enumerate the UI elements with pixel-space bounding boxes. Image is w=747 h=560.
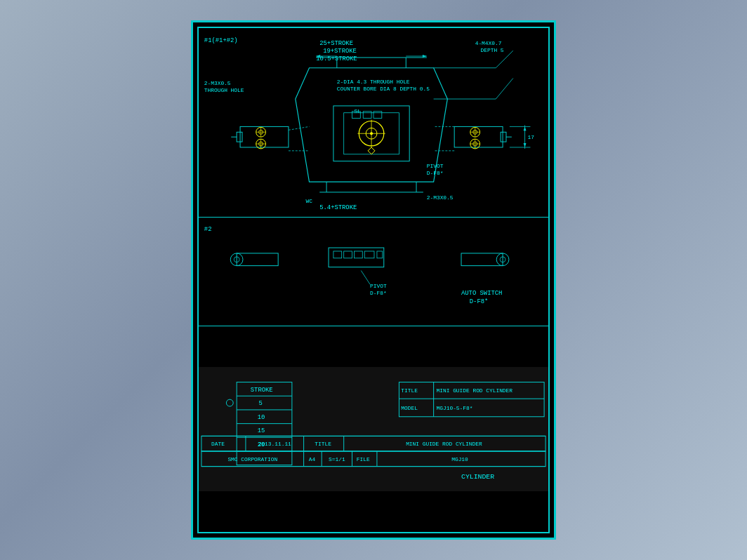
- pivot-d: D-F8*: [427, 170, 444, 176]
- title-label2: TITLE: [315, 441, 331, 447]
- section-top: #1(#1+#2) 25+STROKE 19+STROKE 10.5+STROK…: [199, 28, 548, 218]
- stroke-header: STROKE: [251, 387, 273, 394]
- dim-54-stroke: 5.4+STROKE: [319, 205, 357, 212]
- wc-label: WC: [306, 198, 313, 204]
- outer-frame: #1(#1+#2) 25+STROKE 19+STROKE 10.5+STROK…: [191, 20, 556, 540]
- scale: S=1/1: [329, 456, 345, 462]
- dim-25-stroke: 25+STROKE: [319, 40, 353, 47]
- auto-switch-d: D-F8*: [470, 298, 489, 305]
- section-bottom: STROKE 5 10 15 20 TITLE MINI GUIDE ROD C…: [199, 326, 548, 532]
- dim-m3x05: 2-M3X0.5: [427, 194, 454, 201]
- dim-17: 17: [527, 134, 534, 140]
- pivot2-d: D-F8*: [370, 290, 387, 296]
- title-value2: MINI GUIDE ROD CYLINDER: [406, 441, 482, 447]
- dim-depth: DEPTH 5: [481, 47, 504, 53]
- cylinder-text: CYLINDER: [461, 473, 494, 481]
- dim-19-stroke: 19+STROKE: [323, 48, 357, 55]
- file-label: FILE: [357, 456, 370, 462]
- company: SMC CORPORATION: [227, 456, 277, 462]
- paper: A4: [309, 456, 316, 462]
- svg-rect-58: [199, 219, 548, 325]
- section-mid: #2 PIVOT D-F8*: [199, 218, 548, 326]
- date-value: 2013.11.11: [258, 441, 291, 447]
- pivot2-label: PIVOT: [370, 283, 387, 289]
- pivot-label: PIVOT: [427, 163, 444, 169]
- auto-switch-label: AUTO SWITCH: [461, 290, 502, 297]
- dim-through: THROUGH HOLE: [204, 87, 244, 93]
- title-value-box: MINI GUIDE ROD CYLINDER: [437, 387, 513, 394]
- stroke-15: 15: [258, 427, 265, 434]
- stroke-10: 10: [258, 414, 265, 421]
- model-label-box: MODEL: [401, 405, 418, 411]
- title-label-box: TITLE: [401, 387, 418, 394]
- stroke-5: 5: [259, 400, 263, 407]
- date-label: DATE: [211, 441, 225, 447]
- dim-sl: SL: [354, 108, 361, 114]
- inner-frame: #1(#1+#2) 25+STROKE 19+STROKE 10.5+STROK…: [197, 27, 550, 533]
- file-value: MGJ10: [451, 456, 468, 462]
- model-value-box: MGJ10-5-F8*: [437, 405, 473, 411]
- dim-m3: 2-M3X0.5: [204, 80, 231, 86]
- dim-counter: COUNTER BORE DIA 8 DEPTH 0.5: [337, 86, 430, 92]
- dim-m4: 4-M4X0.7: [475, 40, 502, 46]
- dim-dia: 2-DIA 4.3 THROUGH HOLE: [337, 79, 410, 85]
- svg-rect-72: [199, 367, 548, 491]
- section2-label: #2: [204, 226, 212, 233]
- ref-formula: #1(#1+#2): [204, 37, 238, 44]
